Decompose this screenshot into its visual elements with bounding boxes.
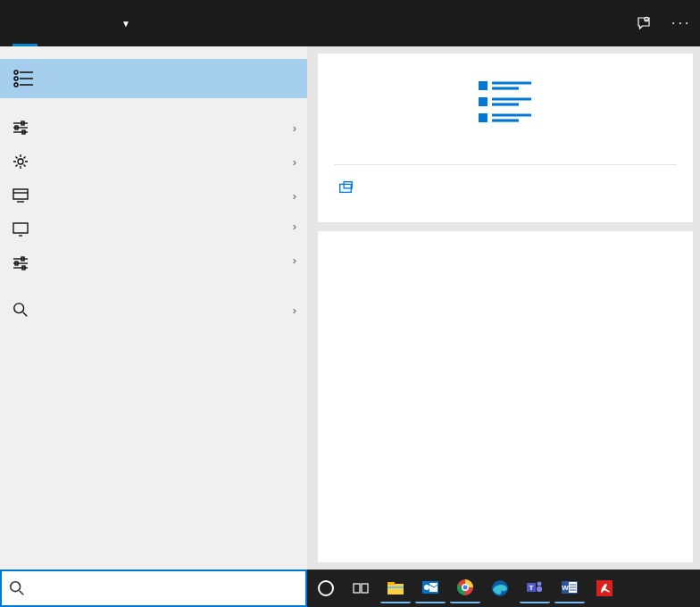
svg-rect-43 (354, 584, 360, 593)
tab-documents[interactable] (55, 0, 80, 46)
settings-heading (0, 98, 307, 111)
svg-point-53 (463, 586, 468, 590)
svg-point-2 (646, 20, 647, 21)
svg-point-27 (14, 304, 24, 313)
svg-point-7 (14, 83, 18, 87)
taskbar-acrobat[interactable] (589, 573, 620, 603)
feedback-icon[interactable] (636, 15, 655, 31)
svg-rect-31 (479, 114, 487, 121)
gear-icon (11, 152, 30, 171)
svg-rect-30 (479, 98, 487, 105)
search-tabs-bar: ▼ ··· (0, 0, 700, 46)
svg-rect-16 (13, 189, 28, 199)
taskbar: T W (307, 570, 700, 607)
chevron-right-icon: › (293, 220, 296, 233)
svg-point-5 (14, 77, 18, 80)
startup-icon (11, 186, 30, 205)
tab-apps[interactable] (30, 0, 55, 46)
help-link-update[interactable] (334, 288, 677, 299)
chevron-right-icon: › (293, 254, 296, 267)
svg-rect-46 (388, 582, 395, 585)
open-button[interactable] (334, 165, 677, 206)
svg-rect-58 (537, 586, 542, 592)
svg-text:T: T (529, 584, 534, 592)
display-icon (11, 220, 30, 239)
setting-add-remove-programs[interactable]: › (0, 145, 307, 179)
apps-heading[interactable] (0, 337, 307, 348)
settings-list-icon (11, 66, 36, 91)
preview-panel (307, 46, 700, 570)
taskbar-teams[interactable]: T (520, 573, 550, 603)
setting-display-size[interactable]: › (0, 212, 307, 246)
setting-default-apps[interactable]: › (0, 111, 307, 145)
chevron-right-icon: › (293, 189, 296, 203)
chevron-right-icon: › (293, 155, 296, 169)
svg-rect-29 (479, 82, 487, 89)
best-match-result[interactable] (0, 59, 307, 98)
taskbar-word[interactable]: W (554, 573, 585, 603)
tab-all[interactable] (5, 0, 30, 46)
search-box[interactable] (0, 570, 307, 607)
taskbar-chrome[interactable] (450, 573, 480, 603)
more-options-icon[interactable]: ··· (671, 15, 691, 31)
svg-point-15 (18, 159, 23, 164)
help-link-startup[interactable] (334, 256, 677, 267)
taskbar-file-explorer[interactable] (380, 573, 411, 603)
setting-startup-apps[interactable]: › (0, 179, 307, 212)
tab-web[interactable] (80, 0, 105, 46)
apps-features-icon (474, 75, 537, 129)
svg-line-28 (23, 312, 28, 317)
help-link-install-web-apps[interactable] (334, 267, 677, 278)
svg-rect-44 (362, 584, 368, 593)
svg-text:W: W (562, 584, 569, 592)
svg-point-57 (538, 582, 542, 586)
chevron-right-icon: › (293, 304, 296, 317)
open-icon (338, 179, 355, 195)
web-search-result[interactable]: › (0, 293, 307, 327)
svg-point-40 (11, 582, 21, 592)
sliders-icon (11, 254, 30, 273)
svg-rect-47 (388, 586, 404, 588)
chevron-down-icon: ▼ (121, 19, 130, 29)
svg-rect-19 (13, 223, 28, 233)
svg-point-3 (14, 71, 18, 74)
taskbar-outlook[interactable] (415, 573, 446, 603)
search-icon (11, 300, 30, 320)
web-search-heading (0, 280, 307, 293)
taskbar-task-view[interactable] (346, 573, 376, 603)
best-match-heading (0, 46, 307, 59)
tab-more[interactable]: ▼ (105, 0, 143, 46)
svg-point-50 (424, 585, 429, 590)
chevron-right-icon: › (293, 121, 296, 135)
sliders-icon (11, 118, 30, 137)
help-link-uninstall[interactable] (334, 278, 677, 288)
svg-point-42 (319, 581, 333, 595)
search-icon (9, 580, 25, 596)
taskbar-edge[interactable] (485, 573, 515, 603)
setting-default-app-per-file[interactable]: › (0, 246, 307, 280)
documents-heading[interactable] (0, 327, 307, 337)
svg-rect-45 (388, 584, 404, 595)
svg-line-41 (20, 591, 24, 595)
results-panel: › › › › › › (0, 46, 307, 570)
search-input[interactable] (32, 571, 298, 605)
taskbar-cortana[interactable] (311, 573, 341, 603)
active-tab-underline (12, 44, 38, 46)
